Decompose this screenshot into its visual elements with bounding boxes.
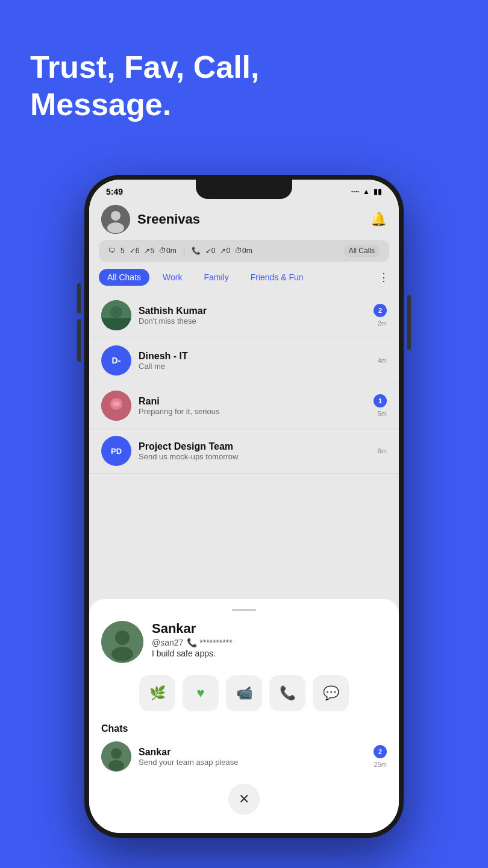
chat-info: Sathish Kumar Don't miss these [139,306,366,326]
message-icon: 🗨 [108,247,116,255]
tab-friends[interactable]: Friends & Fun [242,269,312,286]
headline-line2: Message. [30,86,259,123]
status-right: ···· ▲ ▮▮ [351,187,382,196]
chat-time: 6m [378,447,387,454]
chat-time: 2m [378,319,387,327]
filter-tabs: All Chats Work Family Friends & Fun ⋮ [89,262,399,293]
call-icon: 📞 [280,685,296,701]
sheet-contact: Sankar @san27 📞 ********** I build safe … [101,621,387,663]
chat-name: Dinesh - IT [139,351,371,362]
sheet-chat-name: Sankar [139,747,366,758]
msg-sent: ↗5 [144,247,154,255]
phone-frame: 5:49 ···· ▲ ▮▮ Sreenivas 🔔 🗨 5 ✓6 [84,175,404,838]
message-button[interactable]: 💬 [313,675,349,711]
svg-point-14 [111,748,122,759]
video-call-button[interactable]: 📹 [226,675,262,711]
chat-info: Rani Preparing for it, serious [139,396,366,416]
notification-bell-icon[interactable]: 🔔 [371,212,387,227]
msg-received: ✓6 [130,247,140,255]
headline-line1: Trust, Fav, Call, [30,48,259,86]
msg-time: ⏱0m [159,247,177,255]
favorite-button[interactable]: ♥ [183,675,219,711]
battery-icon: ▮▮ [374,187,382,196]
bottom-sheet: Sankar @san27 📞 ********** I build safe … [89,599,399,833]
sheet-chat-item[interactable]: Sankar Send your team asap please 2 25m [101,741,387,772]
list-item[interactable]: PD Project Design Team Send us mock-ups … [89,429,399,474]
unread-badge: 1 [374,394,387,407]
wifi-icon: ▲ [363,187,370,196]
svg-point-5 [110,306,122,318]
chat-preview: Don't miss these [139,316,366,326]
action-buttons: 🌿 ♥ 📹 📞 💬 [101,675,387,711]
svg-point-2 [107,222,124,233]
chat-time: 4m [378,357,387,364]
header-username: Sreenivas [137,212,363,227]
stats-row: 🗨 5 ✓6 ↗5 ⏱0m 📞 ↙0 ↗0 ⏱0m All Calls [99,240,389,262]
sheet-contact-info: Sankar @san27 📞 ********** I build safe … [152,621,233,658]
chat-list: Sathish Kumar Don't miss these 2 2m D- D… [89,293,399,474]
headline: Trust, Fav, Call, Message. [30,48,259,124]
sheet-avatar [101,621,143,663]
call-time: ⏱0m [235,247,252,255]
signal-icon: ···· [351,187,359,196]
avatar [101,300,131,330]
sheet-chat-time: 25m [374,761,387,768]
notch [196,180,292,199]
sheet-unread-badge: 2 [374,745,387,758]
avatar [101,391,131,421]
chat-preview: Send us mock-ups tomorrow [139,452,371,461]
chat-info: Dinesh - IT Call me [139,351,371,371]
list-item[interactable]: Rani Preparing for it, serious 1 5m [89,383,399,429]
sheet-handle [232,609,256,611]
trust-button[interactable]: 🌿 [139,675,175,711]
call-received: ↙0 [205,247,216,255]
chat-meta: 2 2m [374,304,387,327]
contact-bio: I build safe apps. [152,649,233,658]
tab-work[interactable]: Work [154,269,190,286]
svg-rect-6 [101,324,131,330]
close-button[interactable]: ✕ [228,784,260,815]
svg-point-15 [108,760,124,771]
chat-meta: 4m [378,357,387,364]
chat-time: 5m [378,410,387,417]
close-btn-wrap: ✕ [101,784,387,815]
more-options-icon[interactable]: ⋮ [378,271,389,284]
chat-info: Project Design Team Send us mock-ups tom… [139,441,371,461]
volume-up-button [77,283,81,313]
svg-point-12 [111,647,133,661]
video-icon: 📹 [236,685,252,701]
list-item[interactable]: Sathish Kumar Don't miss these 2 2m [89,293,399,338]
phone-icon: 📞 [192,247,201,255]
chat-meta: 6m [378,447,387,454]
chat-name: Project Design Team [139,441,371,452]
user-avatar[interactable] [101,205,130,234]
sheet-chat-avatar [101,741,131,772]
phone-screen: 5:49 ···· ▲ ▮▮ Sreenivas 🔔 🗨 5 ✓6 [89,180,399,833]
call-sent: ↗0 [220,247,230,255]
chat-name: Rani [139,396,366,407]
sheet-chat-info: Sankar Send your team asap please [139,747,366,767]
contact-handle: @san27 📞 ********** [152,638,233,647]
svg-point-11 [115,631,130,645]
heart-icon: ♥ [196,685,204,701]
power-button [407,295,411,350]
list-item[interactable]: D- Dinesh - IT Call me 4m [89,338,399,383]
status-time: 5:49 [106,187,123,197]
all-calls-button[interactable]: All Calls [344,245,380,257]
trust-icon: 🌿 [149,685,166,701]
phone-handle: 📞 ********** [187,638,232,647]
app-header: Sreenivas 🔔 [89,199,399,240]
call-button[interactable]: 📞 [269,675,305,711]
tab-all-chats[interactable]: All Chats [99,269,149,286]
svg-point-9 [113,401,120,406]
avatar: PD [101,436,131,466]
chat-meta: 1 5m [374,394,387,417]
chat-icon: 💬 [323,685,339,701]
msg-count: 5 [120,247,125,255]
sheet-chat-meta: 2 25m [374,745,387,768]
avatar: D- [101,345,131,376]
chat-preview: Preparing for it, serious [139,407,366,416]
tab-family[interactable]: Family [195,269,237,286]
handle-text: @san27 [152,638,183,647]
sheet-chats-label: Chats [101,723,387,734]
